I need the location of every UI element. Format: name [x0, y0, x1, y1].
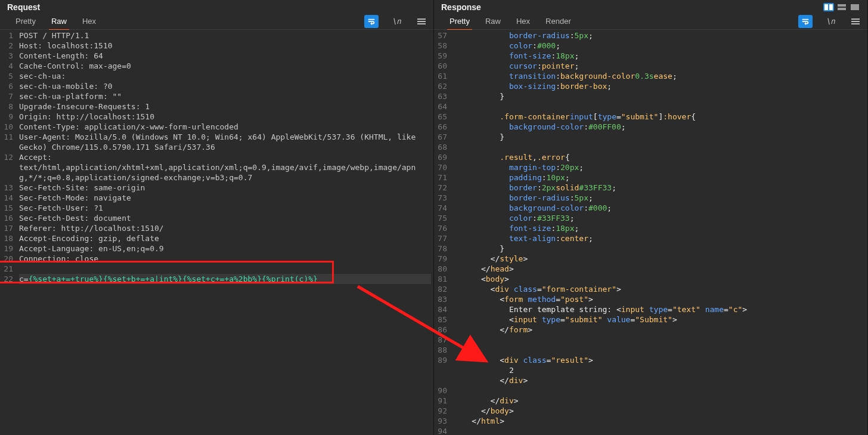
- svg-rect-3: [838, 8, 846, 10]
- request-tabs: Pretty Raw Hex \n: [0, 13, 433, 30]
- tab-raw[interactable]: Raw: [49, 13, 69, 30]
- layout-columns-icon[interactable]: [823, 3, 834, 11]
- editor-menu[interactable]: [414, 15, 429, 28]
- layout-single-icon[interactable]: [850, 3, 860, 11]
- response-panel: Response Pretty Raw Hex Render \n 575859…: [434, 0, 868, 435]
- svg-rect-1: [829, 4, 833, 10]
- request-header: Request: [0, 0, 433, 13]
- response-tabs: Pretty Raw Hex Render \n: [434, 13, 867, 30]
- tab-hex[interactable]: Hex: [80, 13, 98, 30]
- response-title: Response: [441, 2, 481, 12]
- request-editor[interactable]: 12345678910111213141516171819202122 POST…: [0, 30, 433, 435]
- show-nonprintable[interactable]: \n: [823, 15, 838, 28]
- svg-rect-2: [838, 4, 846, 7]
- tab-render[interactable]: Render: [543, 13, 574, 30]
- layout-rows-icon[interactable]: [836, 3, 847, 11]
- tab-hex[interactable]: Hex: [514, 13, 532, 30]
- request-panel: Request Pretty Raw Hex \n 12345678910111…: [0, 0, 434, 435]
- svg-rect-0: [824, 4, 828, 10]
- tab-pretty[interactable]: Pretty: [447, 13, 472, 30]
- request-title: Request: [7, 2, 40, 12]
- tab-raw[interactable]: Raw: [483, 13, 503, 30]
- wrap-toggle[interactable]: [798, 15, 813, 28]
- editor-menu[interactable]: [848, 15, 863, 28]
- wrap-toggle[interactable]: [364, 15, 379, 28]
- svg-rect-4: [851, 4, 859, 10]
- tab-pretty[interactable]: Pretty: [13, 13, 38, 30]
- response-header: Response: [434, 0, 867, 13]
- show-nonprintable[interactable]: \n: [389, 15, 404, 28]
- response-editor[interactable]: 5758596061626364656667686970717273747576…: [434, 30, 867, 435]
